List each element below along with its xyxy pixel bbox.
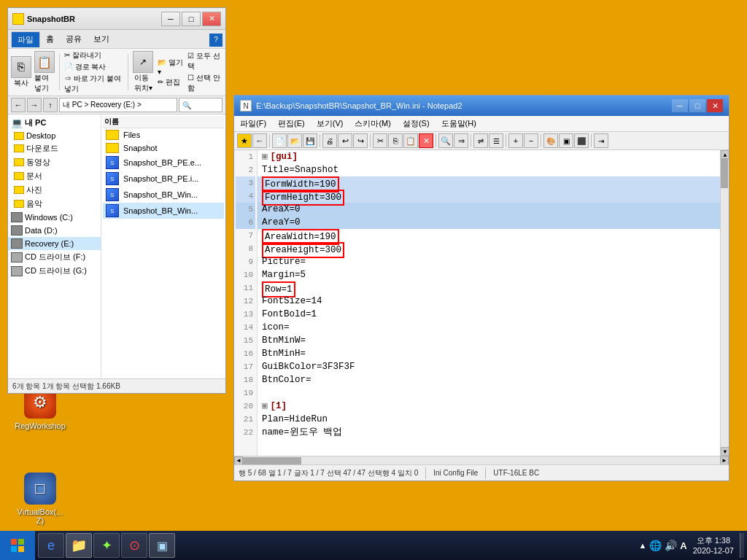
tool-misc3[interactable]: ⇥	[594, 133, 608, 148]
sidebar-item-drive-d[interactable]: Data (D:)	[8, 224, 101, 237]
tool-scheme[interactable]: 🎨	[543, 133, 558, 148]
tray-ime[interactable]: A	[680, 540, 686, 551]
nav-back-button[interactable]: ←	[11, 98, 26, 112]
tray-expand[interactable]: ▲	[638, 541, 646, 550]
taskbar-item-app1[interactable]: ✦	[93, 533, 120, 558]
sidebar-item-drive-f[interactable]: CD 드라이브 (F:)	[8, 250, 101, 264]
tray-volume-icon[interactable]: 🔊	[665, 540, 677, 551]
file-item-1[interactable]: S Snapshot_BR_PE.e...	[103, 155, 224, 171]
line-num-12: 12	[236, 295, 255, 308]
tool-zoomin[interactable]: +	[508, 133, 523, 148]
tool-misc1[interactable]: ▣	[559, 133, 573, 148]
open-button[interactable]: 📂 열기 ▾	[158, 58, 183, 76]
ribbon-tab-file[interactable]: 파일	[11, 31, 40, 48]
file-item-files[interactable]: Files	[103, 128, 224, 141]
sidebar-item-downloads[interactable]: 다운로드	[8, 141, 101, 155]
sidebar-item-drive-c[interactable]: Windows (C:)	[8, 211, 101, 224]
scroll-right-button[interactable]: ►	[720, 456, 729, 465]
vertical-scrollbar[interactable]: ▲ ▼	[720, 150, 729, 456]
tool-new[interactable]: 📄	[272, 133, 287, 148]
taskbar-item-app2[interactable]: ⊙	[121, 533, 147, 558]
tool-paste[interactable]: 📋	[403, 133, 418, 148]
start-button[interactable]	[0, 531, 35, 560]
menu-view[interactable]: 보기(V)	[311, 117, 349, 131]
tool-find[interactable]: 🔍	[438, 133, 453, 148]
ribbon-tab-home[interactable]: 홈	[40, 31, 60, 48]
scroll-h-track[interactable]	[243, 457, 720, 464]
tool-list[interactable]: ☰	[489, 133, 503, 148]
sidebar-item-desktop[interactable]: Desktop	[8, 130, 101, 141]
scroll-up-button[interactable]: ▲	[721, 150, 729, 159]
file-item-4[interactable]: S Snapshot_BR_Win...	[103, 203, 224, 219]
address-path-box[interactable]: 내 PC > Recovery (E:) >	[59, 98, 177, 112]
notepad-close-button[interactable]: ✕	[707, 99, 723, 112]
explorer-maximize-button[interactable]: □	[182, 12, 201, 26]
sidebar-item-videos[interactable]: 동영상	[8, 155, 101, 169]
file-item-snapshot[interactable]: Snapshot	[103, 141, 224, 155]
menu-edit[interactable]: 편집(E)	[272, 117, 311, 131]
sidebar-item-mypc[interactable]: 💻 내 PC	[8, 116, 101, 130]
move-button[interactable]: ↗ 이동위치▾	[133, 51, 153, 93]
edit-button[interactable]: ✏ 편집	[158, 77, 180, 88]
ribbon-tab-share[interactable]: 공유	[60, 31, 88, 48]
nav-forward-button[interactable]: →	[27, 98, 42, 112]
explorer-close-button[interactable]: ✕	[202, 12, 221, 26]
file-item-2[interactable]: S Snapshot_BR_PE.i...	[103, 171, 224, 187]
taskbar-item-app3[interactable]: ▣	[149, 533, 175, 558]
sidebar-item-drive-g[interactable]: CD 드라이브 (G:)	[8, 264, 101, 278]
scroll-track[interactable]	[721, 159, 729, 447]
taskbar-item-ie[interactable]: e	[38, 533, 64, 558]
tool-misc2[interactable]: ⬛	[574, 133, 589, 148]
scroll-down-button[interactable]: ▼	[721, 447, 729, 456]
code-line-10: Margin=5	[258, 268, 720, 281]
tool-zoomout[interactable]: −	[524, 133, 538, 148]
app2-icon: ⊙	[129, 537, 140, 553]
menu-settings[interactable]: 설정(S)	[397, 117, 436, 131]
tray-network-icon[interactable]: 🌐	[649, 540, 662, 551]
taskbar-clock[interactable]: 오후 1:38 2020-12-07	[690, 535, 737, 556]
tool-wrap[interactable]: ⇌	[473, 133, 488, 148]
paste-button[interactable]: 📋 붙여넣기	[34, 51, 55, 93]
menu-schema[interactable]: 스키마(M)	[349, 117, 397, 131]
code-content[interactable]: ▣ [gui] Title=Snapshot FormWidth=190 For…	[258, 150, 720, 456]
select-all-button[interactable]: ☑ 모두 선택	[187, 51, 222, 71]
sidebar-item-pictures[interactable]: 사진	[8, 183, 101, 197]
tool-findnext[interactable]: ⇒	[454, 133, 468, 148]
sidebar-item-documents[interactable]: 문서	[8, 169, 101, 183]
tool-copy[interactable]: ⎘	[388, 133, 403, 148]
tool-redo[interactable]: ↪	[353, 133, 368, 148]
file-item-3[interactable]: S Snapshot_BR_Win...	[103, 187, 224, 203]
cut-button[interactable]: ✂ 잘라내기	[64, 50, 124, 61]
desktop-icon-virtualbox[interactable]: □ VirtualBox(...Z)	[11, 472, 69, 525]
scroll-left-button[interactable]: ◄	[234, 456, 243, 465]
scroll-thumb[interactable]	[721, 159, 728, 188]
tool-back[interactable]: ←	[252, 133, 267, 148]
menu-help[interactable]: 도움말(H)	[436, 117, 482, 131]
select-none-button[interactable]: ☐ 선택 안 함	[187, 73, 222, 93]
copy-button[interactable]: ⎘ 복사	[11, 56, 31, 88]
copy-path-button[interactable]: 📄 경로 복사	[64, 62, 124, 72]
ribbon-help-button[interactable]: ?	[209, 34, 222, 47]
tool-delete[interactable]: ✕	[419, 133, 433, 148]
tool-print[interactable]: 🖨	[322, 133, 337, 148]
paste-shortcut-button[interactable]: ⇒ 바로 가기 붙여넣기	[64, 74, 124, 94]
tool-cut[interactable]: ✂	[373, 133, 387, 148]
scroll-h-thumb[interactable]	[243, 457, 301, 464]
folder-icon	[14, 132, 24, 140]
notepad-minimize-button[interactable]: ─	[672, 99, 688, 112]
tool-open[interactable]: 📂	[287, 133, 302, 148]
tool-save[interactable]: 💾	[303, 133, 317, 148]
show-desktop-button[interactable]	[740, 533, 744, 558]
menu-file[interactable]: 파일(F)	[234, 117, 272, 131]
nav-up-button[interactable]: ↑	[43, 98, 58, 112]
sidebar-item-music[interactable]: 음악	[8, 197, 101, 211]
sidebar-item-drive-e[interactable]: Recovery (E:)	[8, 237, 101, 250]
explorer-minimize-button[interactable]: ─	[161, 12, 180, 26]
search-box[interactable]: 🔍	[179, 98, 222, 112]
taskbar-item-explorer[interactable]: 📁	[66, 533, 92, 558]
tool-bookmark[interactable]: ★	[237, 133, 252, 148]
ribbon-tab-view[interactable]: 보기	[88, 31, 115, 48]
notepad-maximize-button[interactable]: □	[689, 99, 705, 112]
horizontal-scrollbar[interactable]: ◄ ►	[234, 456, 729, 464]
tool-undo[interactable]: ↩	[338, 133, 352, 148]
